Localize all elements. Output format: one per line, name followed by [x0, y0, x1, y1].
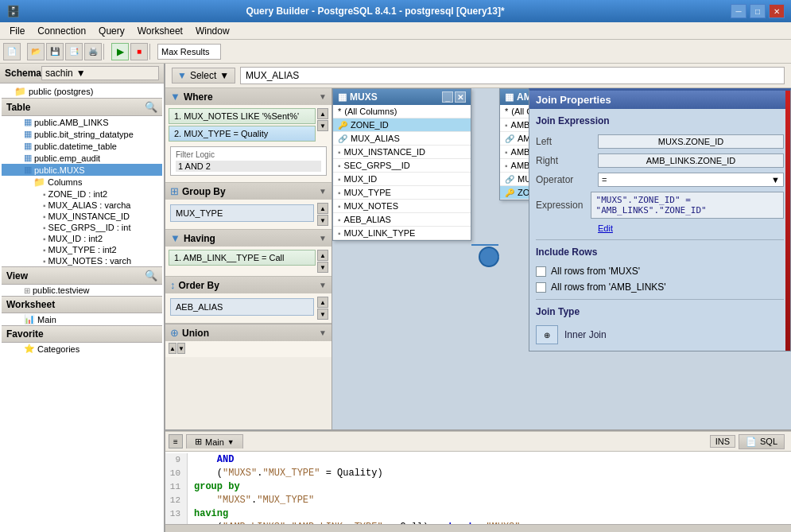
menu-connection[interactable]: Connection [31, 24, 92, 38]
orderby-header[interactable]: ↕ Order By ▼ [165, 277, 332, 293]
muxs-field-mux-notes[interactable]: ▪ MUX_NOTES [333, 200, 471, 213]
muxs-close-btn[interactable]: ✕ [455, 91, 466, 103]
tree-item-datetime[interactable]: ▦ public.datetime_table [2, 140, 162, 152]
tree-item-amb-links[interactable]: ▦ public.AMB_LINKS [2, 116, 162, 128]
menu-file[interactable]: File [3, 24, 31, 38]
muxs-field-aeb-alias[interactable]: ▪ AEB_ALIAS [333, 213, 471, 227]
maximize-button[interactable]: □ [750, 4, 766, 18]
tree-item-muxs[interactable]: ▦ public.MUXS [2, 164, 162, 176]
menu-window[interactable]: Window [189, 24, 236, 38]
tree-col-zone-id[interactable]: ▪ ZONE_ID : int2 [2, 188, 162, 200]
muxs-field-mux-alias[interactable]: 🔗 MUX_ALIAS [333, 132, 471, 146]
muxs-field-sec-grps[interactable]: ▪ SEC_GRPS__ID [333, 159, 471, 173]
toolbar-stop-btn[interactable]: ■ [130, 43, 148, 60]
where-panel-header[interactable]: ▼ Where ▼ [165, 88, 332, 105]
muxs-field-mux-type[interactable]: ▪ MUX_TYPE [333, 186, 471, 200]
amb-links-table-icon: ▦ [505, 91, 514, 103]
muxs-field-instance-id[interactable]: ▪ MUX_INSTANCE_ID [333, 146, 471, 159]
ins-button[interactable]: INS [710, 435, 735, 448]
orderby-cond-list: AEB_ALIAS [169, 297, 316, 317]
sql-code: "MUXS"."MUX_TYPE" [188, 494, 314, 507]
having-cond-1[interactable]: 1. AMB_LINK__TYPE = Call [169, 250, 316, 266]
close-button[interactable]: ✕ [769, 4, 785, 18]
tree-worksheet-main[interactable]: 📊 Main [2, 313, 162, 325]
minimize-button[interactable]: ─ [731, 4, 746, 18]
tree-item-label: public.bit_string_datatype [34, 130, 134, 139]
columns-folder-icon: 📁 [33, 177, 45, 188]
muxs-field-link-type[interactable]: ▪ MUX_LINK_TYPE [333, 227, 471, 240]
muxs-table-header[interactable]: ▦ MUXS _ ✕ [333, 89, 471, 105]
tree-item-emp-audit[interactable]: ▦ public.emp_audit [2, 152, 162, 164]
sql-toolbar-icon-1[interactable]: ≡ [169, 434, 183, 449]
toolbar-print-btn[interactable]: 🖨️ [84, 43, 102, 60]
worksheet-icon: 📊 [24, 314, 35, 324]
orderby-field-1[interactable]: AEB_ALIAS [170, 298, 314, 316]
sql-button[interactable]: 📄 SQL [739, 434, 785, 449]
table-search-icon[interactable]: 🔍 [145, 101, 157, 113]
tree-view-testview[interactable]: ⊞ public.testview [2, 285, 162, 296]
having-scroll-up[interactable]: ▲ [317, 250, 328, 261]
toolbar: 📄 📂 💾 📑 🖨️ ▶ ■ [0, 40, 791, 64]
toolbar-save-btn[interactable]: 💾 [46, 43, 64, 60]
muxs-field-mux-id[interactable]: ▪ MUX_ID [333, 173, 471, 186]
table-icon: ▦ [24, 141, 32, 151]
col-icon-f: ▪ [338, 202, 341, 211]
muxs-field-allcols[interactable]: * (All Columns) [333, 105, 471, 118]
tree-col-mux-id[interactable]: ▪ MUX_ID : int2 [2, 233, 162, 244]
groupby-scroll-up[interactable]: ▲ [317, 203, 328, 214]
union-header[interactable]: ⊕ Union ▼ [165, 324, 332, 341]
tree-col-mux-alias[interactable]: ▪ MUX_ALIAS : varcha [2, 200, 162, 211]
menu-worksheet[interactable]: Worksheet [131, 24, 189, 38]
schema-tree: 📁 public (postgres) Table 🔍 ▦ public.AMB… [0, 83, 164, 532]
main-tab[interactable]: ⊞ Main ▼ [186, 434, 243, 449]
table-icon: ▦ [24, 165, 32, 175]
muxs-table-controls: _ ✕ [442, 91, 466, 103]
where-cond-2[interactable]: 2. MUX_TYPE = Quality [169, 126, 316, 142]
max-results-input[interactable] [157, 44, 221, 60]
tree-col-mux-type[interactable]: ▪ MUX_TYPE : int2 [2, 244, 162, 255]
where-scroll-up[interactable]: ▲ [317, 108, 328, 119]
having-header[interactable]: ▼ Having ▼ [165, 230, 332, 247]
join-operator-dropdown[interactable]: = ▼ [598, 173, 784, 187]
sql-horizontal-scrollbar[interactable] [165, 524, 791, 532]
groupby-field-1[interactable]: MUX_TYPE [170, 204, 314, 222]
muxs-minimize-btn[interactable]: _ [442, 91, 453, 103]
toolbar-new-btn[interactable]: 📄 [3, 43, 21, 60]
where-scroll-down[interactable]: ▼ [317, 120, 328, 131]
groupby-header[interactable]: ⊞ Group By ▼ [165, 183, 332, 200]
orderby-scroll-down[interactable]: ▼ [317, 309, 328, 320]
tree-item-bit-string[interactable]: ▦ public.bit_string_datatype [2, 128, 162, 140]
tree-public-node[interactable]: 📁 public (postgres) [2, 85, 162, 98]
muxs-table-box: ▦ MUXS _ ✕ * (All Columns) 🔑 ZONE_ID [332, 88, 471, 241]
having-scroll-down[interactable]: ▼ [317, 262, 328, 273]
select-dropdown[interactable]: ▼ Select ▼ [172, 68, 235, 83]
tree-favorite-categories[interactable]: ⭐ Categories [2, 343, 162, 355]
select-field-input[interactable] [240, 67, 785, 84]
join-checkbox-amb[interactable] [536, 282, 546, 293]
toolbar-run-btn[interactable]: ▶ [111, 43, 129, 60]
tree-col-sec-grps[interactable]: ▪ SEC_GRPS__ID : int [2, 222, 162, 233]
menu-query[interactable]: Query [92, 24, 131, 38]
join-checkbox-muxs[interactable] [536, 266, 546, 277]
schema-header: Schema sachin ▼ [0, 64, 164, 83]
where-cond-1[interactable]: 1. MUX_NOTES LIKE '%Sent%' [169, 108, 316, 124]
sql-editor[interactable]: 9 AND 10 ("MUXS"."MUX_TYPE" = Quality) 1… [165, 452, 791, 524]
toolbar-saveas-btn[interactable]: 📑 [65, 43, 83, 60]
schema-dropdown[interactable]: sachin ▼ [41, 66, 159, 80]
join-edit-link[interactable]: Edit [598, 223, 613, 233]
tree-col-mux-instance[interactable]: ▪ MUX_INSTANCE_ID [2, 211, 162, 222]
tree-col-mux-notes[interactable]: ▪ MUX_NOTES : varch [2, 255, 162, 266]
toolbar-open-btn[interactable]: 📂 [27, 43, 45, 60]
tree-columns-node[interactable]: 📁 Columns [2, 176, 162, 188]
where-arrow: ▼ [319, 92, 327, 101]
view-search-icon[interactable]: 🔍 [145, 270, 157, 282]
groupby-scroll-down[interactable]: ▼ [317, 215, 328, 226]
muxs-field-aeb-alias-label: AEB_ALIAS [344, 215, 391, 224]
union-scroll-down[interactable]: ▼ [177, 343, 185, 354]
join-type-title: Join Type [536, 306, 784, 317]
union-scroll-up[interactable]: ▲ [169, 343, 176, 354]
orderby-scroll-up[interactable]: ▲ [317, 297, 328, 308]
main-tab-icon: ⊞ [195, 437, 202, 447]
where-cond-list: 1. MUX_NOTES LIKE '%Sent%' 2. MUX_TYPE =… [169, 108, 316, 143]
muxs-field-zone-id[interactable]: 🔑 ZONE_ID [333, 118, 471, 132]
